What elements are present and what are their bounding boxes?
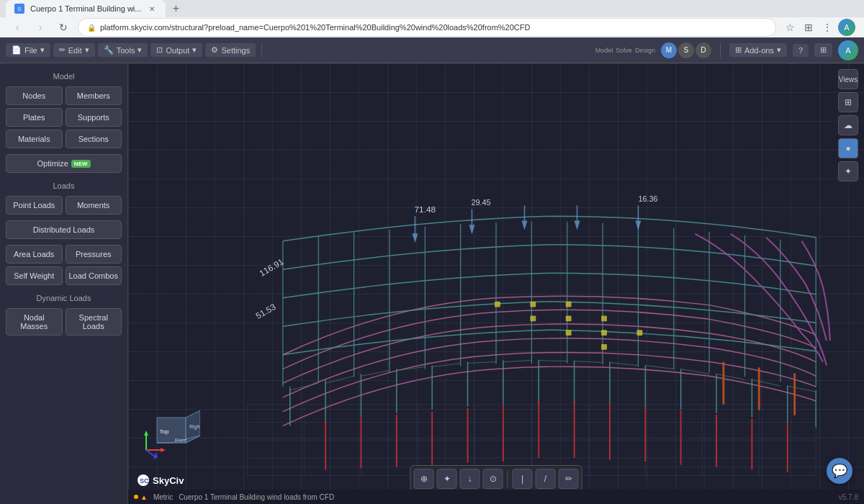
tools-menu-btn[interactable]: 🔧 Tools ▾ [98, 43, 148, 57]
svg-marker-86 [575, 221, 580, 228]
file-chevron: ▾ [40, 45, 45, 55]
svg-line-40 [575, 361, 603, 363]
file-icon: 📄 [12, 45, 22, 55]
edit-chevron: ▾ [85, 45, 89, 55]
back-button[interactable]: ‹ [9, 19, 26, 36]
extensions-button[interactable]: ⊞ [801, 19, 816, 35]
settings-menu-btn[interactable]: ⚙ Settings [205, 43, 256, 57]
new-badge: NEW [71, 160, 91, 168]
edit-view-btn[interactable]: ✏ [559, 469, 579, 489]
svg-rect-54 [601, 330, 607, 336]
model-mode-btn[interactable]: M [661, 42, 677, 58]
help-btn[interactable]: ? [793, 44, 809, 57]
browser-actions: ☆ ⊞ ⋮ A [782, 19, 855, 36]
addons-btn[interactable]: ⊞ Add-ons ▾ [729, 43, 787, 57]
address-bar[interactable]: 🔒 platform.skyciv.com/structural?preload… [78, 18, 776, 37]
svg-rect-52 [601, 315, 607, 321]
svg-line-37 [468, 362, 496, 364]
svg-line-46 [788, 386, 816, 392]
addons-chevron: ▾ [777, 45, 781, 55]
zoom-btn[interactable]: ⊕ [414, 469, 434, 489]
solve-mode-btn[interactable]: S [678, 42, 694, 58]
dynamic-loads-grid: Nodal Masses Spectral Loads [6, 308, 122, 336]
svg-line-38 [503, 361, 531, 362]
design-mode-btn[interactable]: D [696, 42, 711, 58]
browser-toolbar: ‹ › ↻ 🔒 platform.skyciv.com/structural?p… [0, 17, 864, 37]
nodal-masses-btn[interactable]: Nodal Masses [6, 308, 63, 336]
sparkle-btn[interactable]: ✦ [838, 161, 858, 181]
members-btn[interactable]: Members [66, 86, 122, 105]
area-loads-btn[interactable]: Area Loads [6, 245, 63, 264]
svg-rect-47 [495, 302, 500, 307]
point-loads-btn[interactable]: Point Loads [6, 196, 63, 215]
svg-marker-93 [161, 448, 166, 452]
metric-label: Metric [153, 493, 173, 501]
line-btn[interactable]: | [513, 469, 533, 489]
version-label: v5.7.8 [839, 493, 858, 501]
viewport[interactable]: 71.48 29.45 16.36 116.91 51.53 [128, 63, 864, 504]
file-menu-group: 📄 File ▾ [6, 43, 50, 57]
cloud-btn[interactable]: ☁ [838, 115, 858, 135]
optimize-btn[interactable]: Optimize NEW [6, 154, 122, 173]
download-btn[interactable]: ↓ [460, 469, 480, 489]
main-layout: Model Nodes Members Plates Supports Mate… [0, 63, 864, 504]
edit-menu-btn[interactable]: ✏ Edit ▾ [53, 43, 95, 57]
slash-btn[interactable]: / [536, 469, 556, 489]
svg-rect-48 [530, 302, 536, 307]
menu-button[interactable]: ⋮ [819, 19, 835, 35]
tab-title: Cuerpo 1 Terminal Building wi... [30, 4, 141, 13]
supports-btn[interactable]: Supports [66, 108, 122, 127]
pressures-btn[interactable]: Pressures [66, 245, 122, 264]
sidebar: Model Nodes Members Plates Supports Mate… [0, 63, 128, 504]
model-buttons-grid: Nodes Members Plates Supports Materials … [6, 86, 122, 148]
refresh-button[interactable]: ↻ [55, 19, 72, 36]
svg-line-96 [146, 450, 156, 457]
tab-close-btn[interactable]: ✕ [147, 4, 157, 14]
warning-indicator: ▲ [134, 493, 148, 501]
svg-marker-82 [469, 225, 474, 233]
self-weight-btn[interactable]: Self Weight [6, 266, 63, 285]
chat-button[interactable]: 💬 [827, 458, 852, 484]
views-btn[interactable]: Views [838, 69, 858, 89]
nodes-btn[interactable]: Nodes [6, 86, 63, 105]
output-menu-btn[interactable]: ⊡ Output ▾ [150, 43, 202, 57]
browser-chrome: S Cuerpo 1 Terminal Building wi... ✕ + ‹… [0, 0, 864, 37]
svg-marker-88 [636, 221, 640, 228]
forward-button[interactable]: › [32, 19, 49, 36]
edit-icon: ✏ [59, 45, 66, 55]
grid-view-btn[interactable]: ⊞ [838, 92, 858, 112]
view-all-btn[interactable]: ⊙ [483, 469, 503, 489]
svg-marker-84 [523, 221, 527, 228]
app-toolbar: 📄 File ▾ ✏ Edit ▾ 🔧 Tools ▾ ⊡ Output ▾ [0, 37, 864, 63]
structure-svg: 71.48 29.45 16.36 116.91 51.53 [128, 63, 864, 504]
settings-icon: ⚙ [211, 45, 218, 55]
skyciv-logo-icon: SC [137, 474, 150, 487]
svg-text:Top: Top [160, 428, 169, 435]
star-button[interactable]: ☆ [782, 19, 798, 35]
user-avatar[interactable]: A [838, 40, 858, 60]
active-tab[interactable]: S Cuerpo 1 Terminal Building wi... ✕ [6, 0, 166, 17]
file-menu-btn[interactable]: 📄 File ▾ [6, 43, 50, 57]
active-view-btn[interactable]: ● [838, 138, 858, 158]
sections-btn[interactable]: Sections [66, 130, 122, 148]
svg-text:29.45: 29.45 [471, 198, 490, 207]
center-btn[interactable]: ✦ [437, 469, 457, 489]
output-icon: ⊡ [156, 45, 163, 55]
app-logo: SC SkyCiv [137, 474, 184, 487]
svg-line-41 [610, 363, 638, 366]
navigation-cube[interactable]: Top Right Front [143, 403, 200, 461]
new-tab-button[interactable]: + [167, 0, 184, 17]
materials-btn[interactable]: Materials [6, 130, 63, 148]
toolbar-divider [261, 43, 262, 58]
output-chevron: ▾ [192, 45, 197, 55]
moments-btn[interactable]: Moments [66, 196, 122, 215]
grid-btn[interactable]: ⊞ [814, 43, 832, 57]
svg-rect-51 [566, 315, 572, 321]
spectral-loads-btn[interactable]: Spectral Loads [66, 308, 122, 336]
svg-rect-55 [636, 330, 642, 336]
profile-avatar[interactable]: A [838, 19, 855, 36]
tools-chevron: ▾ [138, 45, 142, 55]
plates-btn[interactable]: Plates [6, 108, 63, 127]
load-combos-btn[interactable]: Load Combos [66, 266, 122, 285]
distributed-loads-btn[interactable]: Distributed Loads [6, 220, 122, 239]
